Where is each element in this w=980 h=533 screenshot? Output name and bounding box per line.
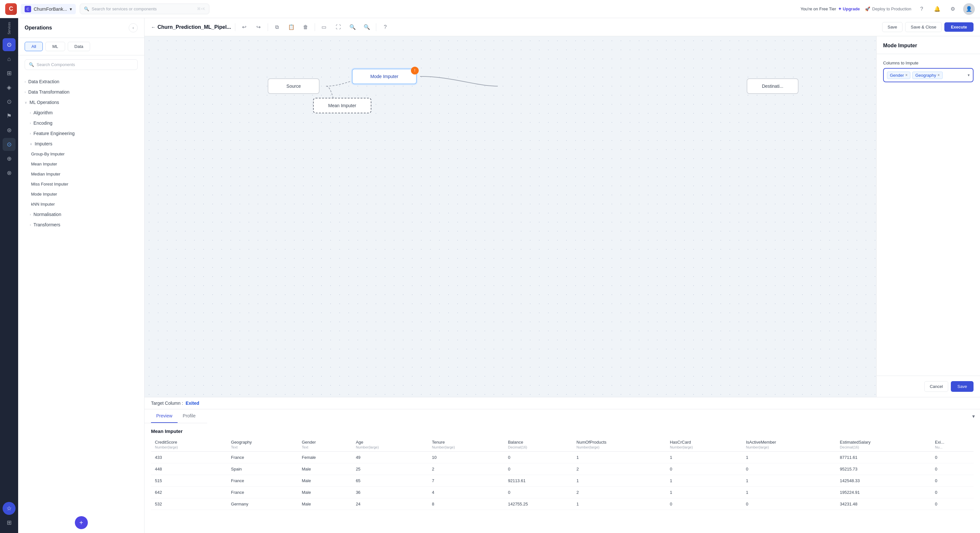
table-cell: 0 (931, 463, 974, 475)
remove-geography-button[interactable]: × (937, 73, 940, 78)
collapse-panel-button[interactable]: ‹ (129, 23, 138, 32)
panel-save-button[interactable]: Save (951, 381, 974, 392)
subcategory-transformers[interactable]: › Transformers (18, 219, 144, 230)
item-median-imputer[interactable]: Median Imputer (18, 169, 144, 179)
item-miss-forest-imputer[interactable]: Miss Forest Imputer (18, 179, 144, 189)
sidebar-item-flag[interactable]: ⚑ (3, 109, 16, 122)
canvas-toolbar: ← Churn_Prediction_ML_Pipel... ↩ ↪ ⧉ 📋 🗑… (145, 18, 980, 36)
sidebar-item-ml[interactable]: ◈ (3, 81, 16, 94)
search-icon: 🔍 (84, 6, 89, 11)
sidebar-item-users[interactable]: ⊗ (3, 167, 16, 179)
mean-imputer-node[interactable]: Mean Imputer (313, 98, 371, 113)
sidebar-item-pipeline[interactable]: ⊙ (3, 38, 16, 51)
columns-to-impute-select[interactable]: Gender × Geography × ▾ (883, 68, 974, 82)
help-button[interactable]: ? (916, 4, 927, 14)
item-group-by-imputer[interactable]: Group-By Imputer (18, 149, 144, 159)
sidebar-item-filter[interactable]: ⊙ (3, 95, 16, 108)
execute-button[interactable]: Execute (944, 22, 974, 32)
sidebar-item-rocket[interactable]: ⊕ (3, 152, 16, 165)
save-button[interactable]: Save (882, 22, 903, 32)
project-tab[interactable]: C ChurnForBank... ▾ (21, 4, 76, 14)
avatar[interactable]: 👤 (963, 3, 975, 15)
sidebar-item-nodes[interactable]: ⊛ (3, 124, 16, 136)
cancel-button[interactable]: Cancel (924, 381, 948, 392)
global-search[interactable]: 🔍 Search for services or components ⌘+K (80, 3, 209, 14)
table-cell: 2 (573, 487, 666, 498)
operations-search[interactable]: 🔍 Search Components (25, 59, 138, 70)
filter-tab-data[interactable]: Data (68, 42, 90, 51)
table-cell: France (227, 487, 298, 498)
deploy-button[interactable]: 🚀 Deploy to Production (865, 6, 911, 11)
pipeline-title: Churn_Prediction_ML_Pipel... (158, 24, 231, 30)
view-button[interactable]: ▭ (319, 22, 329, 32)
table-cell: 0 (504, 463, 572, 475)
item-mean-imputer[interactable]: Mean Imputer (18, 159, 144, 169)
tag-geography[interactable]: Geography × (912, 71, 942, 79)
table-cell: 65 (352, 475, 428, 487)
filter-tab-all[interactable]: All (25, 42, 43, 51)
chevron-right-icon: › (30, 111, 31, 115)
redo-button[interactable]: ↪ (253, 22, 264, 32)
table-cell: 142548.33 (836, 475, 931, 487)
subcategory-encoding[interactable]: › Encoding (18, 118, 144, 128)
table-cell: Male (298, 475, 352, 487)
undo-button[interactable]: ↩ (239, 22, 250, 32)
copy-button[interactable]: ⧉ (272, 22, 282, 32)
category-header-ml-operations[interactable]: ∨ ML Operations (18, 97, 144, 108)
save-close-button[interactable]: Save & Close (905, 22, 942, 32)
settings-button[interactable]: ⚙ (948, 4, 958, 14)
clipboard-button[interactable]: 📋 (286, 22, 296, 32)
item-knn-imputer[interactable]: kNN Imputer (18, 199, 144, 209)
canvas-area[interactable]: Source Mode Imputer ! Mean Imputer Desti… (145, 36, 876, 397)
sidebar-item-active-pipeline[interactable]: ⊙ (3, 138, 16, 151)
zoom-in-button[interactable]: 🔍 (347, 22, 358, 32)
item-mode-imputer[interactable]: Mode Imputer (18, 189, 144, 199)
table-cell: Male (298, 498, 352, 510)
sidebar-item-home[interactable]: ⌂ (3, 52, 16, 65)
col-age: AgeNumber(large) (352, 438, 428, 452)
category-label: Data Extraction (28, 79, 59, 84)
subcategory-normalisation[interactable]: › Normalisation (18, 209, 144, 219)
category-header-data-transformation[interactable]: › Data Transformation (18, 87, 144, 97)
sidebar-item-bottom-icon[interactable]: ☆ (3, 502, 16, 515)
select-dropdown-icon[interactable]: ▾ (968, 73, 970, 78)
topbar-right: You're on Free Tier ✦ Upgrade 🚀 Deploy t… (800, 3, 975, 15)
source-node[interactable]: Source (268, 78, 320, 94)
mode-imputer-node[interactable]: Mode Imputer ! (352, 69, 417, 84)
table-cell: 2 (573, 463, 666, 475)
tab-preview[interactable]: Preview (151, 409, 178, 423)
subcategory-label: Imputers (35, 141, 52, 146)
subcategory-feature-engineering[interactable]: › Feature Engineering (18, 128, 144, 139)
toolbar-divider (315, 23, 315, 31)
tag-gender[interactable]: Gender × (887, 71, 910, 79)
add-component-button[interactable]: + (75, 516, 88, 529)
fullscreen-button[interactable]: ⛶ (333, 22, 344, 32)
table-cell: 1 (742, 475, 836, 487)
upgrade-button[interactable]: ✦ Upgrade (838, 6, 860, 11)
col-credit-score: CreditScoreNumber(large) (151, 438, 227, 452)
table-cell: 0 (504, 487, 572, 498)
subcategory-imputers[interactable]: ∨ Imputers (18, 139, 144, 149)
subcategory-algorithm[interactable]: › Algorithm (18, 108, 144, 118)
help-button[interactable]: ? (380, 22, 390, 32)
chevron-right-icon: › (25, 80, 25, 84)
table-row: 433FranceFemale4910011187711.610 (151, 452, 974, 463)
collapse-bottom-panel-button[interactable]: ▾ (967, 410, 980, 423)
free-tier-badge: You're on Free Tier ✦ Upgrade (800, 6, 860, 11)
tab-profile[interactable]: Profile (178, 409, 201, 423)
table-cell: 0 (931, 487, 974, 498)
zoom-out-button[interactable]: 🔍 (362, 22, 372, 32)
destination-node[interactable]: Destinati... (747, 78, 799, 94)
table-cell: 1 (666, 487, 742, 498)
back-button[interactable]: ← Churn_Prediction_ML_Pipel... (151, 24, 231, 30)
category-header-data-extraction[interactable]: › Data Extraction (18, 76, 144, 87)
sidebar-item-database[interactable]: ⊞ (3, 67, 16, 80)
table-cell: Male (298, 487, 352, 498)
right-panel-title: Mode Imputer (877, 36, 980, 54)
sidebar-item-grid[interactable]: ⊞ (3, 516, 16, 529)
table-cell: 1 (742, 452, 836, 463)
remove-gender-button[interactable]: × (905, 73, 907, 78)
filter-tab-ml[interactable]: ML (45, 42, 65, 51)
notifications-button[interactable]: 🔔 (932, 4, 942, 14)
delete-button[interactable]: 🗑 (301, 22, 311, 32)
